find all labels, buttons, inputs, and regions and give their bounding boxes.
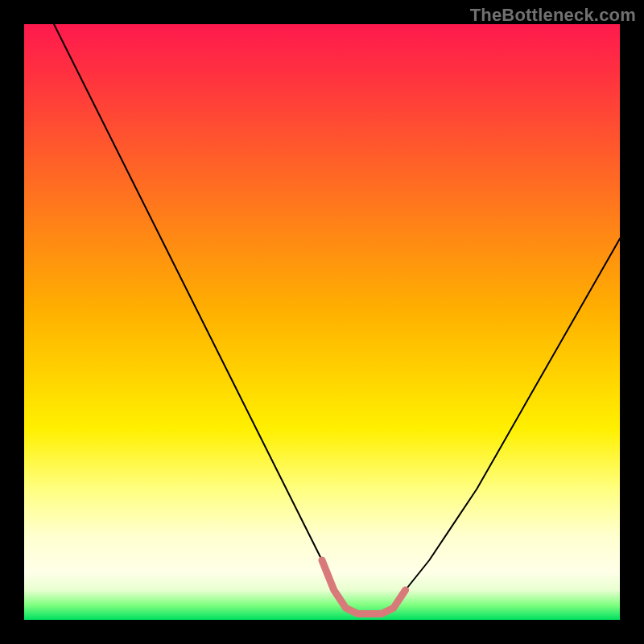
plot-area [24,24,620,620]
chart-curve-layer [24,24,620,620]
optimal-range-marker [322,560,406,614]
chart-container: TheBottleneck.com [0,0,644,644]
watermark-text: TheBottleneck.com [470,5,636,26]
bottleneck-curve [54,24,620,614]
